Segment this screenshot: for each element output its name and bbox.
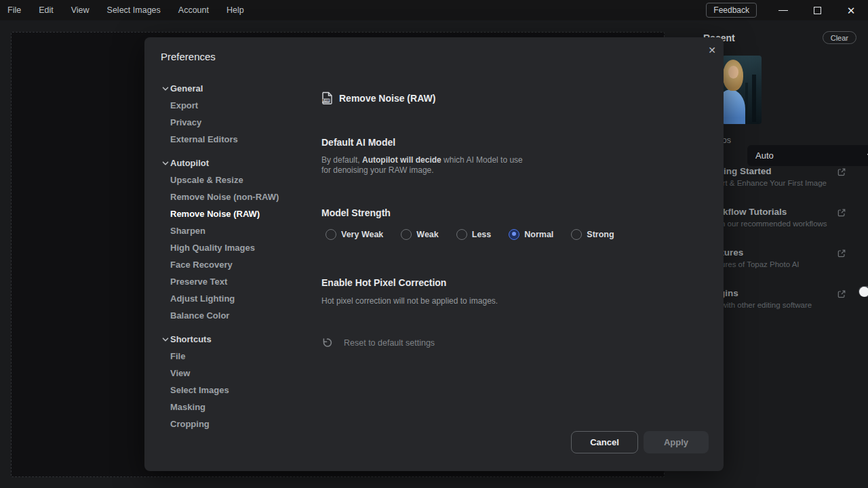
radio-less[interactable]: Less	[456, 229, 492, 240]
chevron-down-icon	[161, 84, 170, 94]
nav-label: Export	[170, 100, 198, 110]
link-subtitle: Use with other editing software	[705, 301, 868, 309]
nav-file[interactable]: File	[161, 348, 303, 365]
radio-label: Very Weak	[341, 230, 383, 239]
radio-icon	[571, 229, 582, 240]
external-link-icon	[837, 249, 846, 258]
menu-edit[interactable]: Edit	[30, 0, 62, 20]
chevron-down-icon	[161, 335, 170, 344]
clear-recent-button[interactable]: Clear	[823, 31, 856, 44]
radio-label: Strong	[587, 230, 614, 239]
chevron-down-icon	[161, 159, 170, 168]
external-link-icon	[837, 167, 846, 177]
nav-preserve-text[interactable]: Preserve Text	[161, 273, 303, 290]
nav-label: Masking	[170, 402, 205, 412]
feedback-button[interactable]: Feedback	[706, 3, 757, 18]
nav-label: Remove Noise (RAW)	[170, 209, 260, 219]
nav-high-quality-images[interactable]: High Quality Images	[161, 239, 303, 256]
ai-model-description: By default, Autopilot will decide which …	[321, 155, 524, 175]
nav-export[interactable]: Export	[161, 97, 303, 114]
nav-label: Adjust Lighting	[170, 293, 235, 304]
gym-background-shape	[745, 83, 748, 122]
page-header: RAW Remove Noise (RAW)	[321, 92, 435, 104]
radio-strong[interactable]: Strong	[571, 229, 614, 240]
link-getting-started[interactable]: Getting StartedImport & Enhance Your Fir…	[705, 160, 868, 201]
nav-upscale-resize[interactable]: Upscale & Resize	[161, 171, 303, 188]
raw-file-icon: RAW	[321, 92, 333, 104]
ai-model-section-title: Default AI Model	[321, 137, 395, 148]
minimize-icon	[778, 10, 788, 11]
menu-select-images[interactable]: Select Images	[98, 0, 170, 20]
nav-shortcuts[interactable]: Shortcuts	[161, 331, 303, 348]
link-workflow-tutorials[interactable]: Workflow TutorialsLearn our recommended …	[705, 201, 868, 241]
nav-adjust-lighting[interactable]: Adjust Lighting	[161, 290, 303, 307]
minimize-button[interactable]	[766, 0, 800, 20]
preferences-dialog: Preferences ✕ GeneralExportPrivacyExtern…	[144, 37, 724, 471]
maximize-button[interactable]	[800, 0, 834, 20]
reset-defaults-button[interactable]: Reset to default settings	[321, 337, 435, 348]
hot-pixel-description: Hot pixel correction will not be applied…	[321, 296, 498, 306]
nav-label: Face Recovery	[170, 260, 233, 270]
gym-background-shape	[752, 75, 756, 122]
radio-normal[interactable]: Normal	[509, 229, 553, 240]
radio-label: Normal	[524, 230, 553, 239]
dialog-title: Preferences	[161, 51, 216, 62]
nav-label: Remove Noise (non-RAW)	[170, 192, 279, 202]
nav-balance-color[interactable]: Balance Color	[161, 307, 303, 324]
nav-label: General	[170, 83, 203, 94]
menu-view[interactable]: View	[62, 0, 98, 20]
link-features[interactable]: FeaturesFeatures of Topaz Photo AI	[705, 241, 868, 282]
nav-select-images[interactable]: Select Images	[161, 382, 303, 399]
recent-thumbnail[interactable]	[722, 56, 762, 124]
hot-pixel-section-title: Enable Hot Pixel Correction	[321, 277, 446, 288]
nav-external-editors[interactable]: External Editors	[161, 131, 303, 148]
description-bold-text: Autopilot will decide	[362, 155, 441, 165]
nav-privacy[interactable]: Privacy	[161, 114, 303, 131]
toggle-knob	[859, 287, 868, 297]
nav-autopilot[interactable]: Autopilot	[161, 155, 303, 171]
ai-model-dropdown[interactable]: Auto	[747, 145, 868, 166]
radio-weak[interactable]: Weak	[401, 229, 438, 240]
nav-label: Upscale & Resize	[170, 175, 243, 185]
radio-icon	[326, 229, 336, 240]
preferences-nav: GeneralExportPrivacyExternal EditorsAuto…	[161, 80, 303, 432]
reset-defaults-label: Reset to default settings	[344, 338, 435, 348]
nav-label: Autopilot	[170, 158, 209, 168]
link-subtitle: Learn our recommended workflows	[705, 220, 868, 228]
cancel-button[interactable]: Cancel	[571, 431, 638, 453]
app-window: FileEditViewSelect ImagesAccountHelp Fee…	[0, 0, 868, 488]
nav-view[interactable]: View	[161, 365, 303, 382]
link-subtitle: Import & Enhance Your First Image	[705, 179, 868, 187]
nav-masking[interactable]: Masking	[161, 399, 303, 415]
apply-button[interactable]: Apply	[644, 431, 709, 453]
nav-label: Privacy	[170, 117, 201, 127]
radio-very-weak[interactable]: Very Weak	[326, 229, 383, 240]
model-strength-options: Very WeakWeakLessNormalStrong	[326, 229, 614, 240]
nav-face-recovery[interactable]: Face Recovery	[161, 256, 303, 273]
nav-label: High Quality Images	[170, 243, 255, 253]
menu-help[interactable]: Help	[218, 0, 253, 20]
person-face-shape	[728, 66, 738, 79]
nav-sharpen[interactable]: Sharpen	[161, 222, 303, 239]
radio-label: Weak	[416, 230, 438, 239]
link-subtitle: Features of Topaz Photo AI	[705, 260, 868, 268]
link-plugins[interactable]: PluginsUse with other editing software	[705, 282, 868, 323]
titlebar-right: Feedback ✕	[706, 0, 868, 20]
nav-remove-noise-raw[interactable]: Remove Noise (RAW)	[161, 205, 303, 222]
close-icon: ✕	[847, 5, 856, 16]
nav-cropping[interactable]: Cropping	[161, 415, 303, 432]
close-window-button[interactable]: ✕	[834, 0, 868, 20]
links-list: Getting StartedImport & Enhance Your Fir…	[705, 160, 868, 323]
nav-label: Sharpen	[170, 226, 205, 236]
external-link-icon	[837, 289, 846, 299]
menu-account[interactable]: Account	[170, 0, 218, 20]
hot-pixel-toggle[interactable]	[859, 286, 868, 297]
radio-label: Less	[472, 230, 492, 239]
nav-remove-noise-non-raw[interactable]: Remove Noise (non-RAW)	[161, 188, 303, 205]
radio-icon	[509, 229, 519, 240]
menu-file[interactable]: File	[0, 0, 30, 20]
nav-general[interactable]: General	[161, 80, 303, 97]
nav-label: File	[170, 351, 185, 361]
nav-label: Cropping	[170, 419, 210, 429]
page-title: Remove Noise (RAW)	[339, 93, 435, 104]
